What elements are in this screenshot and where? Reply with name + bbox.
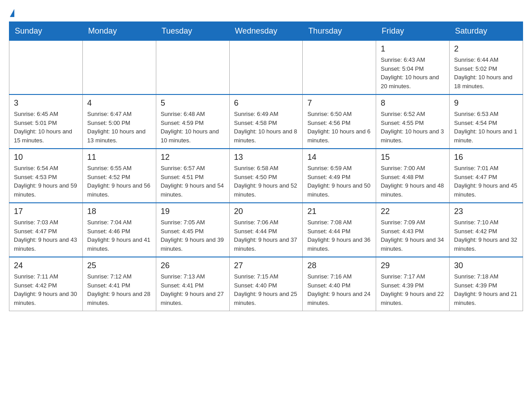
calendar-day-cell: 3Sunrise: 6:45 AM Sunset: 5:01 PM Daylig… <box>9 94 83 149</box>
day-number: 11 <box>87 153 151 162</box>
day-number: 10 <box>14 153 78 162</box>
calendar-day-cell: 19Sunrise: 7:05 AM Sunset: 4:45 PM Dayli… <box>156 203 229 257</box>
day-sun-info: Sunrise: 6:54 AM Sunset: 4:53 PM Dayligh… <box>14 164 78 199</box>
day-sun-info: Sunrise: 7:08 AM Sunset: 4:44 PM Dayligh… <box>307 218 371 253</box>
calendar-day-cell: 14Sunrise: 6:59 AM Sunset: 4:49 PM Dayli… <box>303 149 376 203</box>
day-number: 1 <box>381 44 445 54</box>
calendar-day-cell: 27Sunrise: 7:15 AM Sunset: 4:40 PM Dayli… <box>229 257 303 311</box>
calendar-day-cell <box>156 41 229 95</box>
page-header <box>9 9 523 17</box>
day-sun-info: Sunrise: 6:58 AM Sunset: 4:50 PM Dayligh… <box>234 164 298 199</box>
calendar-table: Sunday Monday Tuesday Wednesday Thursday… <box>9 21 523 311</box>
day-number: 19 <box>161 207 225 216</box>
calendar-week-row: 17Sunrise: 7:03 AM Sunset: 4:47 PM Dayli… <box>9 203 523 257</box>
day-number: 20 <box>234 207 298 216</box>
header-friday: Friday <box>376 22 450 41</box>
calendar-day-cell: 17Sunrise: 7:03 AM Sunset: 4:47 PM Dayli… <box>9 203 83 257</box>
calendar-day-cell: 22Sunrise: 7:09 AM Sunset: 4:43 PM Dayli… <box>376 203 450 257</box>
calendar-day-cell: 6Sunrise: 6:49 AM Sunset: 4:58 PM Daylig… <box>229 94 303 149</box>
day-number: 23 <box>454 207 518 216</box>
calendar-day-cell: 20Sunrise: 7:06 AM Sunset: 4:44 PM Dayli… <box>229 203 303 257</box>
calendar-day-cell: 8Sunrise: 6:52 AM Sunset: 4:55 PM Daylig… <box>376 94 450 149</box>
day-sun-info: Sunrise: 6:57 AM Sunset: 4:51 PM Dayligh… <box>161 164 225 199</box>
day-sun-info: Sunrise: 6:59 AM Sunset: 4:49 PM Dayligh… <box>307 164 371 199</box>
calendar-day-cell: 9Sunrise: 6:53 AM Sunset: 4:54 PM Daylig… <box>450 94 523 149</box>
day-sun-info: Sunrise: 7:04 AM Sunset: 4:46 PM Dayligh… <box>87 218 151 253</box>
day-sun-info: Sunrise: 6:43 AM Sunset: 5:04 PM Dayligh… <box>381 56 445 90</box>
calendar-day-cell: 25Sunrise: 7:12 AM Sunset: 4:41 PM Dayli… <box>82 257 156 311</box>
header-sunday: Sunday <box>9 22 83 41</box>
calendar-day-cell: 21Sunrise: 7:08 AM Sunset: 4:44 PM Dayli… <box>303 203 376 257</box>
day-sun-info: Sunrise: 7:01 AM Sunset: 4:47 PM Dayligh… <box>454 164 518 199</box>
day-sun-info: Sunrise: 7:09 AM Sunset: 4:43 PM Dayligh… <box>381 218 445 253</box>
day-sun-info: Sunrise: 6:48 AM Sunset: 4:59 PM Dayligh… <box>161 110 225 145</box>
calendar-day-cell: 28Sunrise: 7:16 AM Sunset: 4:40 PM Dayli… <box>303 257 376 311</box>
day-number: 8 <box>381 98 445 108</box>
day-sun-info: Sunrise: 6:49 AM Sunset: 4:58 PM Dayligh… <box>234 110 298 145</box>
header-wednesday: Wednesday <box>229 22 303 41</box>
calendar-day-cell: 4Sunrise: 6:47 AM Sunset: 5:00 PM Daylig… <box>82 94 156 149</box>
day-number: 18 <box>87 207 151 216</box>
calendar-day-cell: 23Sunrise: 7:10 AM Sunset: 4:42 PM Dayli… <box>450 203 523 257</box>
day-number: 17 <box>14 207 78 216</box>
day-number: 27 <box>234 261 298 270</box>
day-number: 16 <box>454 153 518 162</box>
header-saturday: Saturday <box>450 22 523 41</box>
day-number: 15 <box>381 153 445 162</box>
calendar-day-cell: 24Sunrise: 7:11 AM Sunset: 4:42 PM Dayli… <box>9 257 83 311</box>
day-number: 3 <box>14 98 78 108</box>
calendar-day-cell: 11Sunrise: 6:55 AM Sunset: 4:52 PM Dayli… <box>82 149 156 203</box>
calendar-day-cell: 18Sunrise: 7:04 AM Sunset: 4:46 PM Dayli… <box>82 203 156 257</box>
day-number: 5 <box>161 98 225 108</box>
calendar-day-cell: 7Sunrise: 6:50 AM Sunset: 4:56 PM Daylig… <box>303 94 376 149</box>
day-sun-info: Sunrise: 6:45 AM Sunset: 5:01 PM Dayligh… <box>14 110 78 145</box>
day-number: 22 <box>381 207 445 216</box>
weekday-header-row: Sunday Monday Tuesday Wednesday Thursday… <box>9 22 523 41</box>
calendar-day-cell: 29Sunrise: 7:17 AM Sunset: 4:39 PM Dayli… <box>376 257 450 311</box>
calendar-day-cell <box>229 41 303 95</box>
day-sun-info: Sunrise: 7:18 AM Sunset: 4:39 PM Dayligh… <box>454 272 518 307</box>
day-sun-info: Sunrise: 7:00 AM Sunset: 4:48 PM Dayligh… <box>381 164 445 199</box>
day-sun-info: Sunrise: 7:03 AM Sunset: 4:47 PM Dayligh… <box>14 218 78 253</box>
day-number: 30 <box>454 261 518 270</box>
day-number: 28 <box>307 261 371 270</box>
calendar-day-cell: 12Sunrise: 6:57 AM Sunset: 4:51 PM Dayli… <box>156 149 229 203</box>
calendar-day-cell: 10Sunrise: 6:54 AM Sunset: 4:53 PM Dayli… <box>9 149 83 203</box>
day-sun-info: Sunrise: 7:10 AM Sunset: 4:42 PM Dayligh… <box>454 218 518 253</box>
day-number: 21 <box>307 207 371 216</box>
day-sun-info: Sunrise: 6:47 AM Sunset: 5:00 PM Dayligh… <box>87 110 151 145</box>
day-number: 9 <box>454 98 518 108</box>
day-number: 26 <box>161 261 225 270</box>
day-sun-info: Sunrise: 7:06 AM Sunset: 4:44 PM Dayligh… <box>234 218 298 253</box>
calendar-day-cell <box>9 41 83 95</box>
calendar-week-row: 24Sunrise: 7:11 AM Sunset: 4:42 PM Dayli… <box>9 257 523 311</box>
day-sun-info: Sunrise: 7:11 AM Sunset: 4:42 PM Dayligh… <box>14 272 78 307</box>
day-sun-info: Sunrise: 6:44 AM Sunset: 5:02 PM Dayligh… <box>454 56 518 90</box>
day-sun-info: Sunrise: 7:13 AM Sunset: 4:41 PM Dayligh… <box>161 272 225 307</box>
day-number: 12 <box>161 153 225 162</box>
day-number: 7 <box>307 98 371 108</box>
calendar-week-row: 1Sunrise: 6:43 AM Sunset: 5:04 PM Daylig… <box>9 41 523 95</box>
calendar-week-row: 3Sunrise: 6:45 AM Sunset: 5:01 PM Daylig… <box>9 94 523 149</box>
calendar-day-cell: 1Sunrise: 6:43 AM Sunset: 5:04 PM Daylig… <box>376 41 450 95</box>
day-sun-info: Sunrise: 7:15 AM Sunset: 4:40 PM Dayligh… <box>234 272 298 307</box>
logo-triangle-icon <box>10 9 14 17</box>
day-number: 6 <box>234 98 298 108</box>
header-tuesday: Tuesday <box>156 22 229 41</box>
day-sun-info: Sunrise: 6:53 AM Sunset: 4:54 PM Dayligh… <box>454 110 518 145</box>
day-sun-info: Sunrise: 6:52 AM Sunset: 4:55 PM Dayligh… <box>381 110 445 145</box>
calendar-day-cell: 30Sunrise: 7:18 AM Sunset: 4:39 PM Dayli… <box>450 257 523 311</box>
day-number: 14 <box>307 153 371 162</box>
calendar-day-cell <box>82 41 156 95</box>
calendar-day-cell: 2Sunrise: 6:44 AM Sunset: 5:02 PM Daylig… <box>450 41 523 95</box>
header-monday: Monday <box>82 22 156 41</box>
day-number: 25 <box>87 261 151 270</box>
day-number: 2 <box>454 44 518 54</box>
calendar-day-cell: 13Sunrise: 6:58 AM Sunset: 4:50 PM Dayli… <box>229 149 303 203</box>
calendar-day-cell: 15Sunrise: 7:00 AM Sunset: 4:48 PM Dayli… <box>376 149 450 203</box>
day-number: 24 <box>14 261 78 270</box>
calendar-day-cell: 16Sunrise: 7:01 AM Sunset: 4:47 PM Dayli… <box>450 149 523 203</box>
calendar-day-cell: 5Sunrise: 6:48 AM Sunset: 4:59 PM Daylig… <box>156 94 229 149</box>
day-number: 4 <box>87 98 151 108</box>
day-number: 13 <box>234 153 298 162</box>
